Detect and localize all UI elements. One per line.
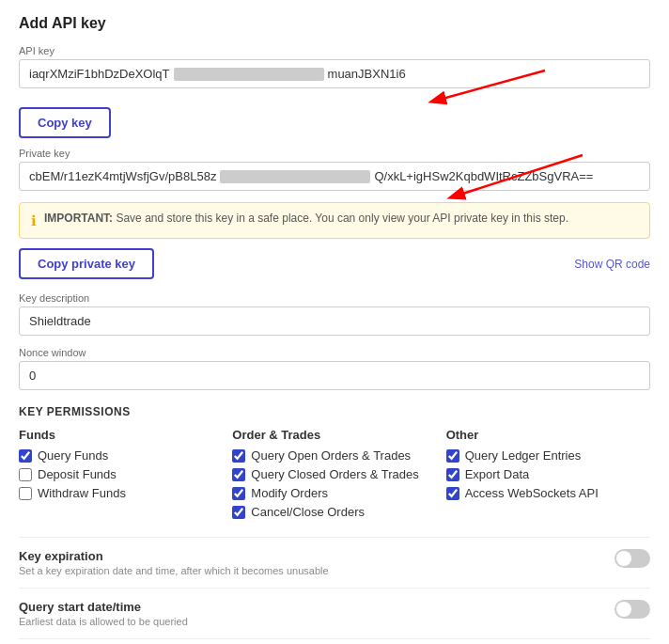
perm-query-open-orders: Query Open Orders & Trades [232, 448, 436, 463]
key-expiration-text: Key expiration Set a key expiration date… [19, 549, 329, 576]
api-key-group: API key iaqrXMziF1bhDzDeXOlqT muanJBXN1i… [19, 45, 650, 88]
key-expiration-label: Key expiration [19, 549, 329, 563]
perm-query-ledger: Query Ledger Entries [446, 448, 650, 463]
api-key-end: muanJBXN1i6 [328, 67, 406, 81]
funds-column: Funds Query Funds Deposit Funds Withdraw… [19, 428, 223, 524]
key-expiration-slider [615, 549, 650, 568]
perm-deposit-funds-label: Deposit Funds [38, 467, 117, 481]
perm-websockets-label: Access WebSockets API [465, 486, 599, 500]
perm-withdraw-funds-checkbox[interactable] [19, 487, 32, 500]
warning-icon: ℹ [31, 212, 37, 229]
api-key-start: iaqrXMziF1bhDzDeXOlqT [29, 67, 170, 81]
nonce-window-input[interactable] [19, 361, 650, 390]
perm-withdraw-funds: Withdraw Funds [19, 486, 223, 500]
perm-deposit-funds-checkbox[interactable] [19, 468, 32, 481]
key-description-input[interactable] [19, 306, 650, 336]
warning-box: ℹ IMPORTANT: Save and store this key in … [19, 202, 650, 239]
perm-query-closed-orders-label: Query Closed Orders & Trades [251, 467, 418, 481]
warning-text: IMPORTANT: Save and store this key in a … [44, 212, 568, 225]
permissions-title: KEY PERMISSIONS [19, 405, 650, 418]
perm-query-ledger-checkbox[interactable] [446, 449, 459, 463]
key-expiration-sub: Set a key expiration date and time, afte… [19, 565, 329, 576]
perm-cancel-orders-label: Cancel/Close Orders [251, 505, 365, 519]
api-key-value: iaqrXMziF1bhDzDeXOlqT muanJBXN1i6 [19, 59, 650, 88]
perm-deposit-funds: Deposit Funds [19, 467, 223, 481]
perm-export-data-checkbox[interactable] [446, 468, 459, 481]
show-qr-link[interactable]: Show QR code [574, 258, 650, 271]
copy-private-key-button[interactable]: Copy private key [19, 248, 154, 279]
perm-query-funds-checkbox[interactable] [19, 449, 32, 463]
perm-export-data-label: Export Data [465, 467, 530, 481]
copy-key-button[interactable]: Copy key [19, 107, 111, 138]
private-key-group: Private key cbEM/r11ezK4mtjWsfjGv/pB8L58… [19, 148, 650, 191]
private-key-actions: Copy private key Show QR code [19, 248, 650, 279]
perm-query-open-orders-label: Query Open Orders & Trades [251, 448, 411, 463]
key-expiration-row: Key expiration Set a key expiration date… [19, 537, 650, 588]
nonce-window-label: Nonce window [19, 347, 650, 358]
perm-cancel-orders: Cancel/Close Orders [232, 505, 436, 519]
key-expiration-toggle[interactable] [615, 549, 650, 568]
order-trades-title: Order & Trades [232, 428, 436, 442]
order-trades-column: Order & Trades Query Open Orders & Trade… [232, 428, 436, 524]
private-key-label: Private key [19, 148, 650, 159]
query-start-label: Query start date/time [19, 600, 188, 614]
perm-withdraw-funds-label: Withdraw Funds [38, 486, 126, 500]
page-title: Add API key [19, 15, 650, 32]
private-key-start: cbEM/r11ezK4mtjWsfjGv/pB8L58z [29, 169, 216, 183]
private-key-value: cbEM/r11ezK4mtjWsfjGv/pB8L58z Q/xkL+igHS… [19, 162, 650, 191]
perm-query-ledger-label: Query Ledger Entries [465, 448, 582, 463]
query-start-row: Query start date/time Earliest data is a… [19, 588, 650, 638]
permissions-grid: Funds Query Funds Deposit Funds Withdraw… [19, 428, 650, 524]
perm-query-funds: Query Funds [19, 448, 223, 463]
query-start-slider [615, 600, 650, 619]
other-column: Other Query Ledger Entries Export Data A… [446, 428, 650, 524]
perm-modify-orders-checkbox[interactable] [232, 487, 245, 500]
private-key-end: Q/xkL+igHSw2KqbdWItRcZZbSgVRA== [374, 169, 593, 183]
perm-cancel-orders-checkbox[interactable] [232, 506, 245, 519]
key-description-label: Key description [19, 292, 650, 304]
perm-query-funds-label: Query Funds [38, 448, 108, 463]
query-start-toggle[interactable] [615, 600, 650, 619]
query-end-row: Query end date/time Latest data is allow… [19, 638, 650, 644]
perm-query-closed-orders-checkbox[interactable] [232, 468, 245, 481]
perm-websockets-checkbox[interactable] [446, 487, 459, 500]
private-key-masked [220, 170, 370, 183]
funds-title: Funds [19, 428, 223, 442]
key-description-group: Key description [19, 292, 650, 336]
perm-query-open-orders-checkbox[interactable] [232, 449, 245, 463]
api-key-label: API key [19, 45, 650, 56]
query-start-sub: Earliest data is allowed to be queried [19, 616, 188, 627]
perm-query-closed-orders: Query Closed Orders & Trades [232, 467, 436, 481]
perm-modify-orders-label: Modify Orders [251, 486, 328, 500]
nonce-window-group: Nonce window [19, 347, 650, 390]
other-title: Other [446, 428, 650, 442]
query-start-text: Query start date/time Earliest data is a… [19, 600, 188, 627]
perm-websockets: Access WebSockets API [446, 486, 650, 500]
perm-export-data: Export Data [446, 467, 650, 481]
api-key-masked [174, 68, 324, 81]
perm-modify-orders: Modify Orders [232, 486, 436, 500]
